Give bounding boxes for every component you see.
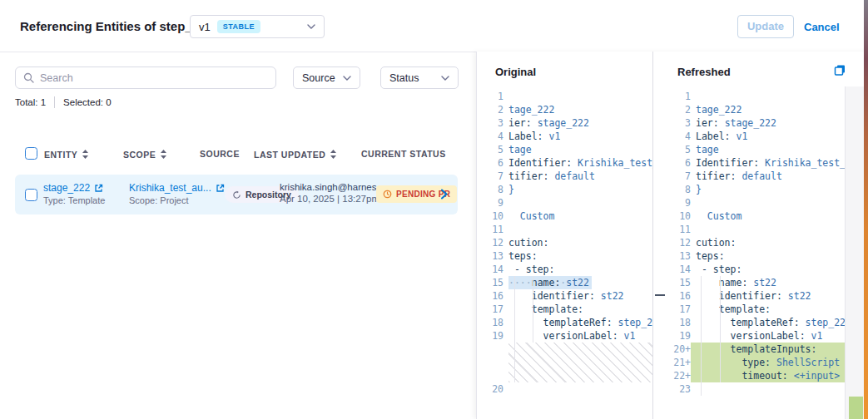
line-number: 18 — [652, 316, 691, 329]
line-number: 17 — [477, 303, 503, 316]
line-number: 1 — [477, 90, 503, 103]
code-line: 18 templateRef: step_222 — [477, 316, 652, 329]
line-number: 15 — [477, 276, 503, 289]
indent-guide — [533, 276, 533, 343]
code-text: - step: — [503, 263, 652, 276]
line-number: 12 — [652, 236, 691, 249]
code-text: - step: — [691, 263, 845, 276]
code-line: 3ier: stage_222 — [652, 116, 845, 130]
version-label: v1 — [199, 21, 211, 33]
diff-panel: Original Refreshed 12tage_2223ier: stage… — [476, 52, 868, 419]
code-line: 6Identifier: Krishika_test_aut — [477, 156, 652, 170]
line-number: 5 — [477, 143, 503, 156]
code-text: cution: — [503, 236, 652, 249]
code-text: identifier: st22 — [503, 289, 652, 303]
sort-icon[interactable] — [82, 149, 89, 160]
update-button[interactable]: Update — [737, 15, 794, 38]
code-text: tifier: default — [503, 170, 652, 183]
code-text: Identifier: Krishika_test_aut — [503, 156, 652, 170]
column-header-entity[interactable]: ENTITY — [44, 149, 89, 160]
line-number: 18 — [477, 316, 503, 329]
search-input[interactable] — [40, 72, 268, 84]
external-link-icon[interactable] — [216, 184, 225, 193]
row-checkbox[interactable] — [25, 189, 37, 201]
code-line: 3ier: stage_222 — [477, 116, 652, 130]
code-text: templateRef: step_222 — [691, 316, 845, 329]
code-line: 1 — [652, 90, 845, 103]
code-text: tage_222 — [503, 103, 652, 116]
entity-type: Type: Template — [43, 195, 105, 205]
code-text: Label: v1 — [691, 130, 845, 143]
code-line: 7tifier: default — [477, 170, 652, 183]
code-line: 5tage — [652, 143, 845, 156]
code-text — [691, 382, 845, 396]
column-header-scope[interactable]: SCOPE — [123, 149, 167, 160]
sort-icon[interactable] — [160, 149, 167, 160]
code-line: 21+ type: ShellScript — [652, 356, 845, 369]
code-text: teps: — [503, 249, 652, 263]
scope-link[interactable]: Krishika_test_au... — [129, 182, 211, 194]
indent-guide — [701, 276, 702, 396]
code-text: ····name:·st22 — [503, 276, 652, 289]
original-code-pane[interactable]: 12tage_2223ier: stage_2224Label: v15tage… — [477, 86, 652, 419]
select-all-checkbox[interactable] — [25, 147, 37, 160]
diff-gap-hatch — [508, 343, 652, 382]
table-header: ENTITY SCOPE SOURCE LAST UPDATED CURRENT… — [0, 147, 476, 164]
sort-icon[interactable] — [330, 149, 337, 160]
source-filter-dropdown[interactable]: Source — [293, 67, 360, 89]
refreshed-code-lines: 12tage_2223ier: stage_2224Label: v15tage… — [652, 86, 845, 396]
code-text — [503, 90, 652, 103]
code-text: tifier: default — [691, 170, 845, 183]
code-line: 20 — [477, 382, 652, 396]
code-line: 8} — [652, 183, 845, 196]
line-number: 4 — [477, 130, 503, 143]
code-text: template: — [503, 303, 652, 316]
table-row[interactable]: stage_222 Type: Template Krishika_test_a… — [15, 175, 458, 214]
refreshed-pane-title: Refreshed — [677, 66, 731, 78]
code-text: ier: stage_222 — [691, 116, 845, 130]
scope-sub: Scope: Project — [129, 195, 225, 205]
line-number: 16 — [477, 289, 503, 303]
code-text: versionLabel: v1 — [503, 329, 652, 343]
original-code-lines: 12tage_2223ier: stage_2224Label: v15tage… — [477, 86, 652, 396]
code-text: tage — [691, 143, 845, 156]
version-dropdown[interactable]: v1 STABLE — [190, 15, 325, 38]
code-text — [691, 90, 845, 103]
line-number: 4 — [652, 130, 691, 143]
chevron-right-icon[interactable] — [441, 189, 448, 200]
entity-link[interactable]: stage_222 — [43, 182, 90, 194]
line-number: 22+ — [652, 369, 691, 382]
code-text: template: — [691, 303, 845, 316]
line-number: 16 — [652, 289, 691, 303]
code-line: 12cution: — [477, 236, 652, 249]
line-number: 11 — [477, 223, 503, 236]
code-text: identifier: st22 — [691, 289, 845, 303]
chevron-down-icon — [307, 24, 315, 29]
updated-at: Apr 10, 2025 | 13:27pm — [280, 194, 384, 204]
cancel-button[interactable]: Cancel — [804, 21, 840, 33]
search-box[interactable] — [15, 67, 276, 89]
external-link-icon[interactable] — [94, 184, 103, 193]
code-text: } — [691, 183, 845, 196]
column-header-last-updated[interactable]: LAST UPDATED — [254, 149, 337, 160]
code-line: 17 template: — [652, 303, 845, 316]
code-line: 4Label: v1 — [477, 130, 652, 143]
code-line: 6Identifier: Krishika_test_aut — [652, 156, 845, 170]
code-text: cution: — [691, 236, 845, 249]
code-text — [503, 196, 652, 210]
code-line: 15 name: st22 — [652, 276, 845, 289]
entity-cell: stage_222 Type: Template — [43, 182, 105, 205]
line-number: 8 — [652, 183, 691, 196]
code-text: Custom — [503, 210, 652, 223]
status-filter-dropdown[interactable]: Status — [380, 67, 459, 89]
code-line: 11 — [477, 223, 652, 236]
copy-icon[interactable] — [834, 64, 846, 76]
line-number: 8 — [477, 183, 503, 196]
code-line: 1 — [477, 90, 652, 103]
line-number: 10 — [477, 210, 503, 223]
overview-ruler[interactable] — [846, 86, 865, 419]
code-line: 15····name:·st22 — [477, 276, 652, 289]
refreshed-code-pane[interactable]: 12tage_2223ier: stage_2224Label: v15tage… — [652, 86, 845, 419]
line-number: 3 — [652, 116, 691, 130]
code-text: Label: v1 — [503, 130, 652, 143]
